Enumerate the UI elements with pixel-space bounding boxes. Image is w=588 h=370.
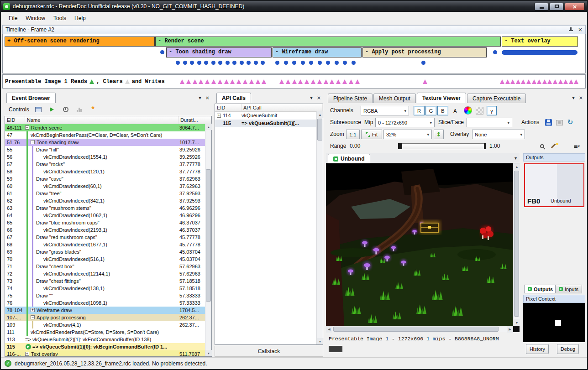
usage-triangle[interactable] xyxy=(286,79,290,84)
event-dot[interactable] xyxy=(335,61,339,65)
tab-mesh-output[interactable]: Mesh Output xyxy=(373,94,416,103)
event-dot[interactable] xyxy=(190,61,194,65)
event-dot[interactable] xyxy=(309,61,313,65)
tab-inputs[interactable]: Inputs xyxy=(555,285,582,293)
close-icon[interactable]: × xyxy=(317,95,321,101)
usage-triangle[interactable] xyxy=(317,79,322,84)
menu-tools[interactable]: Tools xyxy=(49,13,70,24)
channel-a-button[interactable]: A xyxy=(450,106,460,115)
table-row[interactable]: 55Draw "hill"39.25926 xyxy=(5,146,205,153)
window-titlebar[interactable]: debugmarker.rdc - RenderDoc Unofficial r… xyxy=(1,1,587,12)
event-dot[interactable] xyxy=(275,61,279,65)
range-slider[interactable] xyxy=(398,143,486,149)
capture-settings-icon[interactable] xyxy=(34,105,43,114)
table-row[interactable]: 60vkCmdDrawIndexed(60,1)37.62963 xyxy=(5,182,205,190)
table-row[interactable]: 78-104+Wireframe draw1784.5... xyxy=(5,307,205,314)
table-row[interactable]: 71Draw "chest box"57.62963 xyxy=(5,263,205,270)
collapse-icon[interactable]: − xyxy=(31,140,35,144)
usage-triangle[interactable] xyxy=(526,79,531,84)
expand-icon[interactable]: + xyxy=(31,308,35,312)
timeline-body[interactable]: + Off-screen scene rendering- Render sce… xyxy=(2,34,586,73)
event-dot[interactable] xyxy=(232,61,236,65)
usage-triangle[interactable] xyxy=(574,79,578,84)
table-row[interactable]: 113=> vkQueueSubmit(2)[1]: vkEndCommandB… xyxy=(5,336,205,343)
timeline-marker[interactable]: - Text overlay xyxy=(502,36,578,47)
event-dot[interactable] xyxy=(218,61,222,65)
table-row[interactable]: 51-76−Toon shading draw1017.7... xyxy=(5,139,205,146)
table-row[interactable]: 65Draw "blue mushroom caps"46.37037 xyxy=(5,219,205,226)
table-row[interactable]: 72vkCmdDrawIndexed(12144,1)57.62963 xyxy=(5,270,205,277)
scrollbar-thumb[interactable] xyxy=(317,119,322,141)
event-dot[interactable] xyxy=(421,61,425,65)
usage-triangle[interactable] xyxy=(292,79,297,84)
usage-triangle[interactable] xyxy=(199,79,203,84)
event-dot[interactable] xyxy=(301,61,305,65)
scrollbar-up-icon[interactable]: ▲ xyxy=(205,124,212,130)
tab-event-browser[interactable]: Event Browser xyxy=(6,93,56,103)
refresh-icon[interactable]: ↻ xyxy=(565,118,575,127)
zoom-fit-button[interactable]: Fit xyxy=(361,130,382,139)
table-row[interactable]: 116-...+Text overlay511.7037 xyxy=(5,350,205,356)
texture-image[interactable] xyxy=(326,163,513,326)
texture-tab-unbound[interactable]: Unbound xyxy=(328,154,370,163)
table-row[interactable]: 68vkCmdDrawIndexed(1677,1)45.77778 xyxy=(5,241,205,248)
overlay-select[interactable]: None ▾ xyxy=(472,130,525,139)
usage-triangle[interactable] xyxy=(349,79,353,84)
maximize-button[interactable] xyxy=(550,3,563,10)
api-calls-scrollbar[interactable]: ▲ ▼ xyxy=(316,111,323,344)
event-dot[interactable] xyxy=(493,50,497,54)
save-icon[interactable] xyxy=(543,118,553,127)
table-row[interactable]: 47vkCmdBeginRenderPass(C=Clear, D=Clear,… xyxy=(5,131,205,139)
event-dot[interactable] xyxy=(254,61,258,65)
usage-triangle[interactable] xyxy=(279,79,284,84)
event-dot[interactable] xyxy=(240,61,244,65)
channel-b-button[interactable]: B xyxy=(437,106,448,115)
image-hscrollbar[interactable]: ◀ ▶ xyxy=(326,326,513,332)
timeline-marker[interactable]: - Toon shading draw xyxy=(166,47,272,57)
column-header-name[interactable]: Name xyxy=(25,116,178,124)
usage-triangle[interactable] xyxy=(532,79,536,84)
zoom-1-1-button[interactable]: 1:1 xyxy=(346,130,360,139)
tab-capture-executable[interactable]: Capture Executable xyxy=(467,94,526,103)
table-row[interactable]: 109vkCmdDraw(4,1)262.37... xyxy=(5,321,205,328)
channel-r-button[interactable]: R xyxy=(414,106,425,115)
time-actions-icon[interactable] xyxy=(61,105,70,114)
scrollbar-up-icon[interactable]: ▲ xyxy=(317,111,323,118)
table-row[interactable]: 115=> vkQueueSubmit(1)[... xyxy=(215,120,316,127)
usage-triangle[interactable] xyxy=(553,79,557,84)
table-row[interactable]: 69Draw "grass blades"45.03704 xyxy=(5,248,205,255)
usage-triangle[interactable] xyxy=(423,79,427,84)
column-header-duration[interactable]: Durati... xyxy=(178,116,211,124)
timeline-marker[interactable]: - Apply post processing xyxy=(362,47,487,57)
scrollbar-up-icon[interactable]: ▲ xyxy=(514,163,520,170)
table-row[interactable]: 58vkCmdDrawIndexed(120,1)37.77778 xyxy=(5,168,205,175)
event-dot[interactable] xyxy=(326,61,330,65)
usage-triangle[interactable] xyxy=(230,79,235,84)
scrollbar-left-icon[interactable]: ◀ xyxy=(326,326,332,333)
pin-icon[interactable] xyxy=(568,27,573,32)
usage-triangle[interactable] xyxy=(542,79,547,84)
column-header-eid[interactable]: EID xyxy=(5,116,25,124)
texture-list-dropdown-icon[interactable]: ▾ xyxy=(514,156,517,161)
table-row[interactable]: 57Draw "rocks"37.77778 xyxy=(5,161,205,168)
usage-triangle[interactable] xyxy=(336,79,341,84)
scrollbar-down-icon[interactable]: ▼ xyxy=(205,350,212,356)
table-row[interactable]: 75Draw ""57.33333 xyxy=(5,292,205,299)
table-row[interactable]: 70vkCmdDrawIndexed(516,1)45.03704 xyxy=(5,255,205,263)
timeline-close-icon[interactable]: × xyxy=(578,27,583,32)
scrollbar-down-icon[interactable]: ▼ xyxy=(317,338,323,344)
event-dot[interactable] xyxy=(160,50,164,54)
chevron-down-icon[interactable]: ▾ xyxy=(199,95,201,101)
usage-triangle[interactable] xyxy=(298,79,303,84)
gamma-button[interactable]: γ xyxy=(487,106,497,115)
column-header-eid[interactable]: EID xyxy=(215,104,242,111)
expand-icon[interactable]: + xyxy=(217,114,221,118)
column-header-api-call[interactable]: API Call xyxy=(242,104,323,111)
slice-face-select[interactable]: ▾ xyxy=(467,118,512,127)
tab-api-calls[interactable]: API Calls xyxy=(216,93,251,103)
pixel-context-view[interactable] xyxy=(523,303,585,342)
mip-select[interactable]: 0 - 1272x690 ▾ xyxy=(375,118,435,127)
close-icon[interactable]: × xyxy=(579,95,583,101)
usage-triangle[interactable] xyxy=(569,79,573,84)
scrollbar-thumb[interactable] xyxy=(333,327,499,332)
